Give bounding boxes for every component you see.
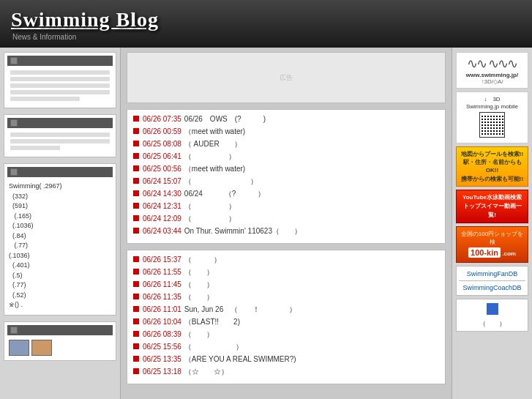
news-item[interactable]: 06/24 12:31 （ ）: [133, 201, 439, 212]
news-text: （meet with water): [184, 164, 245, 174]
sidebar-icon-4: [10, 327, 18, 334]
news-item[interactable]: 06/26 11:35 （ ）: [133, 292, 439, 302]
top-ad-banner[interactable]: 広告: [127, 52, 446, 103]
news-item[interactable]: 06/26 15:37 （ ）: [133, 255, 439, 265]
news-text: On Thur. Swimmin' 110623（ ）: [184, 226, 301, 236]
right-link-block: SwimmingFanDB SwimmingCoachDB: [456, 266, 528, 297]
ad-100yen-logo-row: 100-kin .com: [460, 247, 525, 258]
qr-image: [482, 114, 503, 136]
news-item[interactable]: 06/26 00:59 （meet with water): [133, 127, 439, 137]
sidebar-line: [10, 97, 80, 101]
news-item[interactable]: 06/26 11:01 Sun, Jun 26 （ ！ ）: [133, 305, 439, 315]
sidebar-swimming-stats: Swimming( .2967) (332) (591) (.165) (.10…: [7, 180, 113, 312]
ad-youtube-banner[interactable]: YouTube水泳動画検索 トップスイマー動画一覧!: [456, 190, 528, 223]
sidebar-line: [10, 139, 110, 143]
sidebar-block-3: Swimming( .2967) (332) (591) (.165) (.10…: [4, 163, 116, 316]
news-bullet-icon: [133, 318, 139, 324]
news-item[interactable]: 06/25 15:56 （ ）: [133, 342, 439, 352]
news-item[interactable]: 06/26 07:35 06/26 OWS (? ): [133, 114, 439, 124]
news-item[interactable]: 06/24 12:09 （ ）: [133, 214, 439, 224]
stat-line: (.77): [9, 280, 111, 291]
news-bullet-icon: [133, 256, 139, 262]
news-date: 06/24 12:31: [143, 201, 181, 212]
sidebar-line: [10, 70, 110, 75]
news-date: 06/26 10:04: [143, 317, 181, 327]
sidebar-block-1-lines: [7, 69, 113, 105]
ad-map-banner[interactable]: 地図からプールを検索!! 駅・住所・名前からもOK!! 携帯からの検索も可能!!: [456, 146, 528, 187]
news-date: 06/26 11:55: [143, 267, 181, 277]
news-item[interactable]: 06/25 06:41 （ ）: [133, 152, 439, 162]
news-date: 06/25 06:41: [143, 152, 181, 162]
sidebar-block-4-header: [7, 325, 113, 335]
swimming-coach-db-link[interactable]: SwimmingCoachDB: [459, 283, 525, 293]
news-date: 06/26 11:01: [143, 305, 181, 315]
stat-line: (.1036): [9, 221, 111, 231]
site-subtitle: News & Information: [12, 33, 521, 41]
ad-map-line3: 携帯からの検索も可能!!: [460, 175, 525, 183]
mobile-label: Swimming.jp mobile: [460, 103, 525, 110]
news-date: 06/25 00:56: [143, 164, 181, 174]
news-bullet-icon: [133, 178, 139, 184]
news-item[interactable]: 06/26 08:39 （ ）: [133, 329, 439, 340]
news-item[interactable]: 06/24 15:07 （ ）: [133, 176, 439, 187]
sidebar-line: [10, 133, 110, 137]
news-text: （ ）: [184, 292, 214, 302]
news-item[interactable]: 06/26 11:45 （ ）: [133, 280, 439, 290]
news-text: Sun, Jun 26 （ ！ ）: [184, 305, 296, 315]
sidebar-line: [10, 83, 110, 88]
ad-youtube-line1: YouTube水泳動画検索: [460, 193, 525, 202]
ad-100yen-logo: 100-kin: [468, 247, 501, 258]
ad-100yen-suffix: .com: [502, 250, 516, 257]
news-date: 06/24 12:09: [143, 214, 181, 224]
sidebar-icon-3: [10, 168, 18, 176]
news-item[interactable]: 06/24 14:30 06/24 （? ）: [133, 189, 439, 199]
news-text: （BLAST!! 2): [184, 317, 240, 327]
sidebar-line: [10, 90, 110, 94]
news-date: 06/25 15:56: [143, 342, 181, 352]
news-bullet-icon: [133, 294, 139, 299]
header: Swimming Blog News & Information: [0, 0, 532, 48]
news-bullet-icon: [133, 281, 139, 287]
divider: [459, 280, 525, 281]
mobile-arrow: ↓ 3D: [460, 95, 525, 103]
news-text: （☆ ☆）: [184, 367, 228, 377]
news-bullet-icon: [133, 215, 139, 221]
news-text: （ARE YOU A REAL SWIMMER?): [184, 354, 296, 365]
news-date: 06/26 11:35: [143, 292, 181, 302]
right-bottom-block: （ ）: [456, 299, 528, 332]
news-bullet-icon: [133, 116, 139, 122]
news-item[interactable]: 06/25 08:08 （ AUDER ）: [133, 139, 439, 149]
news-item[interactable]: 06/25 13:18 （☆ ☆）: [133, 367, 439, 377]
news-text: （ ）: [184, 329, 214, 340]
news-section-2: 06/26 15:37 （ ） 06/26 11:55 （ ） 06/26 11…: [127, 250, 446, 384]
stat-line: (.52): [9, 291, 111, 301]
news-item[interactable]: 06/26 10:04 （BLAST!! 2): [133, 317, 439, 327]
news-text: （ ）: [184, 214, 236, 224]
news-date: 06/24 15:07: [143, 176, 181, 187]
swimming-fan-db-link[interactable]: SwimmingFanDB: [459, 269, 525, 279]
news-text: 06/24 （? ）: [184, 189, 266, 199]
news-date: 06/25 13:18: [143, 367, 181, 377]
news-item[interactable]: 06/24 03:44 On Thur. Swimmin' 110623（ ）: [133, 226, 439, 236]
ad-100yen-banner[interactable]: 全国の100円ショップを検 100-kin .com: [456, 226, 528, 263]
news-item[interactable]: 06/26 11:55 （ ）: [133, 267, 439, 277]
news-text: （ ）: [184, 267, 214, 277]
news-text: （ ）: [184, 201, 236, 212]
stat-line: (.165): [9, 212, 111, 222]
swimming-jp-logo-block[interactable]: ∿∿ ∿∿∿ www.swimming.jp/ ↑3D/◇A/: [456, 52, 528, 89]
news-item[interactable]: 06/25 13:35 （ARE YOU A REAL SWIMMER?): [133, 354, 439, 365]
news-date: 06/24 14:30: [143, 189, 181, 199]
news-bullet-icon: [133, 306, 139, 312]
left-sidebar: Swimming( .2967) (332) (591) (.165) (.10…: [0, 48, 121, 399]
news-item[interactable]: 06/25 00:56 （meet with water): [133, 164, 439, 174]
sidebar-icon-1: [10, 57, 18, 64]
logo-wave-icon: ∿∿ ∿∿∿: [460, 56, 525, 72]
sidebar-block-4: [4, 321, 116, 361]
news-bullet-icon: [133, 269, 139, 275]
mobile-block[interactable]: ↓ 3D Swimming.jp mobile: [456, 92, 528, 143]
news-text: （ ）: [184, 176, 258, 187]
ad-100yen-line1: 全国の100円ショップを検: [460, 230, 525, 246]
sidebar-thumb-2: [31, 340, 52, 356]
ad-map-line1: 地図からプールを検索!!: [460, 150, 525, 158]
stat-line: (332): [9, 192, 111, 202]
